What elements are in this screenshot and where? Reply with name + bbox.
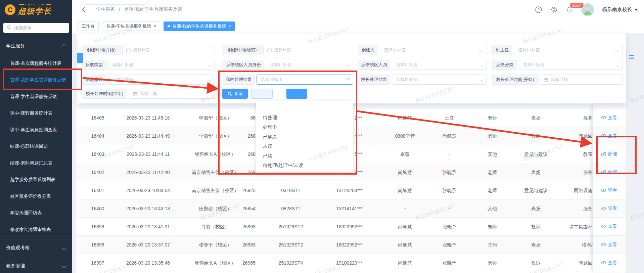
dropdown-option[interactable]: 已读 (256, 151, 353, 161)
cell-feedback-category: 表扬 (516, 236, 556, 254)
field-label: 反馈原因 (82, 75, 106, 85)
my-result-dropdown: - 待处理 处理中 已解决 未读 已读 待处理/处理中/未读 (256, 101, 353, 172)
row-action-button[interactable]: 查看 (593, 236, 626, 254)
sidebar-menu-item[interactable]: 课中-课程服务统计表 (0, 105, 72, 122)
sidebar-menu-item[interactable]: 修改家长沟通审核表 (0, 221, 72, 238)
date-input[interactable]: 选择日期 (122, 45, 215, 55)
row-action-button[interactable]: 查看 (593, 127, 626, 145)
search-button[interactable]: 查询 (222, 89, 248, 99)
menu-search-box[interactable] (3, 23, 69, 33)
cell-student-id: 26963 (232, 236, 256, 254)
sidebar-menu-item[interactable]: 结课-总部结课回访 (0, 138, 72, 155)
row-action-button[interactable]: 查看 (593, 181, 626, 199)
sidebar-menu-item[interactable]: 课中-学生满意度调查表 (0, 122, 72, 138)
select-input[interactable]: 选择目标值 (108, 60, 215, 70)
action-label: 查看 (608, 115, 617, 121)
cell-student-id: 268 (232, 127, 256, 145)
sidebar-section-values[interactable]: 价值观考核 (0, 241, 72, 255)
filter-feedback-type: 反馈类型 选择目标值 (82, 60, 215, 70)
placeholder: 选择目标值 (518, 47, 540, 53)
help-icon[interactable]: ? (535, 6, 542, 13)
sidebar-menu-item[interactable]: 首课-首次课程服务统计表 (0, 55, 72, 72)
view-tab[interactable]: 首课-学生首课服务反馈 × (102, 21, 160, 31)
menu-search-input[interactable] (13, 25, 55, 31)
cell-feedback-reason: 问题回 (556, 254, 593, 272)
notifications-bell[interactable]: 3657 (566, 6, 573, 13)
row-action-button[interactable]: 处理 (593, 145, 626, 163)
field-label: 反馈分类 (492, 60, 517, 70)
select-input[interactable]: 选择目标值 (392, 75, 487, 85)
sidebar-section-academic[interactable]: 教务管理 (0, 259, 72, 273)
cell-feedback-category: 投诉 (516, 218, 556, 236)
dropdown-option[interactable]: 未读 (256, 141, 353, 151)
dropdown-option[interactable]: 待处理/处理中/未读 (256, 161, 353, 170)
dropdown-option[interactable]: 已解决 (256, 132, 353, 142)
sidebar-section-label: 学生服务 (6, 43, 25, 49)
sidebar-menu-item[interactable]: 首课-学生首课服务反馈 (0, 88, 72, 105)
view-tab[interactable]: 工作台 × (78, 21, 99, 31)
row-action-button[interactable]: 处理 (593, 163, 626, 181)
user-menu[interactable]: 杨乐南京校长 (602, 6, 638, 13)
select-input[interactable]: 选择目标值 (514, 45, 623, 55)
cell-class: 251029ST2 (277, 218, 304, 236)
cell-student-id: 269 (232, 163, 256, 181)
select-input[interactable]: 选择目标值 (266, 60, 353, 70)
row-action-button[interactable]: 查看 (593, 109, 626, 127)
tab-label: 工作台 (82, 23, 95, 29)
cell-created-time: 2026-03-20 13:41:01 (120, 218, 177, 236)
sidebar-menu-item[interactable]: 校区服务评价得分表 (0, 188, 72, 205)
sidebar-menu-item-label: 结课-总部结课回访 (10, 143, 48, 149)
breadcrumb-separator: / (119, 7, 120, 12)
reset-button[interactable] (251, 89, 273, 99)
row-action-button[interactable]: 查看 (593, 254, 626, 272)
row-action-button[interactable]: 查看 (593, 199, 626, 218)
breadcrumb-root[interactable]: 学生服务 (96, 6, 115, 12)
table-row: 16398 2026-03-20 13:37:07 张晓予（校区） 26963 … (76, 236, 626, 254)
cell-feedback-reason: 网络设施 (556, 181, 593, 199)
dropdown-option[interactable]: 处理中 (256, 122, 353, 132)
cell-student-id: 26963 (232, 218, 256, 236)
extra-action-button[interactable] (286, 89, 307, 99)
view-tab[interactable]: 首课-我的学生首课服务反馈 × (164, 21, 235, 31)
cell-phone: 13120203*** (308, 181, 363, 199)
select-input[interactable]: 选择目标值 (519, 60, 623, 70)
select-input[interactable]: 选择目标值 (380, 45, 487, 55)
column-settings-icon[interactable] (629, 54, 635, 61)
date-input[interactable]: 选择日期 (129, 89, 215, 99)
dropdown-option-label: 已解决 (263, 134, 277, 139)
action-label: 查看 (608, 260, 617, 266)
chevron-down-icon (479, 78, 484, 82)
app-window: C CHAO XUE 超级学长 学生服务 首课-首次课程服务统计表 首课-我的学… (0, 0, 644, 273)
close-icon[interactable]: × (153, 24, 156, 28)
popup-artifact (82, 0, 149, 5)
placeholder: 选择目标值 (396, 62, 418, 68)
date-input[interactable]: 选择日期 (540, 75, 623, 85)
table-row: 16401 2026-03-23 10:03:04 南京销售主管（校区） 269… (76, 181, 626, 199)
search-icon (228, 92, 232, 96)
brand-logo-text: 超级学长 (18, 6, 52, 16)
chevron-up-icon (62, 44, 66, 48)
eye-icon (601, 206, 606, 211)
cell-staff-identity: 老师 (477, 127, 507, 145)
sidebar-section-student-service[interactable]: 学生服务 (0, 39, 72, 53)
select-input[interactable]: 选择目标值 (392, 60, 487, 70)
date-input[interactable]: 选择日期 (263, 45, 353, 55)
action-label: 查看 (608, 242, 617, 248)
close-icon[interactable]: × (228, 24, 231, 28)
sidebar-menu-item[interactable]: 超学服务质量反馈列表 (0, 172, 72, 188)
filter-create-time-start: 创建时间(开始) 选择日期 (82, 45, 215, 55)
row-action-button[interactable]: 查看 (593, 218, 626, 236)
dropdown-option[interactable]: - (256, 103, 353, 113)
select-input[interactable]: 选择目标值 (108, 75, 215, 85)
select-input-open[interactable]: 选择目标值 (257, 75, 353, 85)
gear-icon[interactable] (550, 6, 558, 13)
sidebar-menu-item[interactable]: 学管沟通回访表 (0, 205, 72, 222)
tab-label: 首课-学生首课服务反馈 (106, 23, 151, 29)
back-icon[interactable] (82, 6, 88, 12)
cell-id: 16405 (86, 109, 109, 127)
field-label: 反馈校区人员身份 (223, 60, 264, 70)
dropdown-option[interactable]: 待处理 (256, 113, 353, 123)
breadcrumb: 学生服务 / 首课-我的学生首课服务反馈 (96, 6, 182, 12)
sidebar-menu-item[interactable]: 结课-老师问题汇总表 (0, 155, 72, 172)
sidebar-menu-item[interactable]: 首课-我的学生首课服务反馈 (0, 72, 72, 89)
